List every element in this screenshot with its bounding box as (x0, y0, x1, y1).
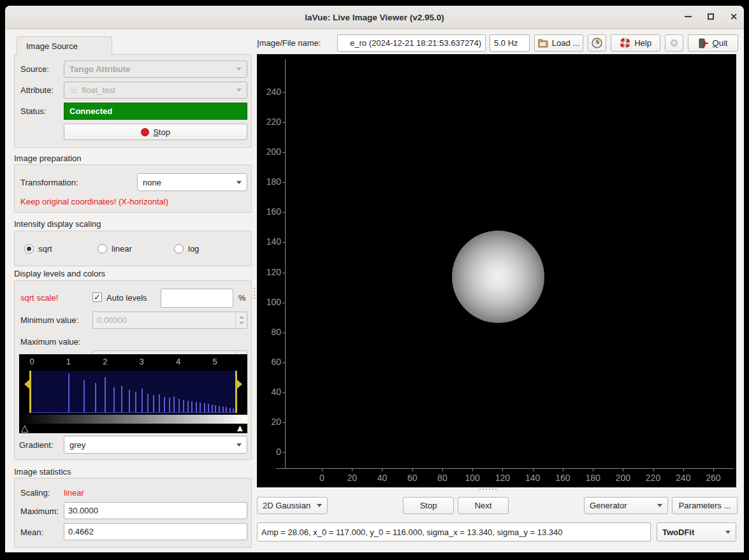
window-title: laVue: Live Image Viewer (v2.95.0) (5, 6, 744, 29)
histogram-scale-label: 3 (134, 357, 149, 366)
range-handle-right[interactable] (235, 371, 237, 413)
y-tick-mark (282, 303, 286, 303)
status-label: Status: (20, 106, 46, 116)
x-tick-label: 160 (550, 473, 576, 483)
stat-mean-value: 0.4662 (68, 527, 94, 536)
histogram-spike (183, 400, 184, 412)
settings-button[interactable]: ⚙ (665, 34, 683, 52)
attribute-combo[interactable]: ☆ float_test (64, 82, 247, 99)
x-tick-label: 240 (671, 473, 696, 483)
load-button[interactable]: Load ... (534, 34, 583, 52)
next-button[interactable]: Next (458, 497, 509, 514)
y-tick-label: 240 (257, 87, 281, 97)
source-type-value: 2D Gaussian (263, 501, 313, 510)
maximize-button[interactable] (702, 9, 719, 24)
y-tick-label: 120 (257, 267, 281, 277)
gradient-label: Gradient: (19, 440, 53, 450)
percent-label: % (238, 293, 246, 303)
x-tick-label: 120 (490, 473, 515, 483)
y-tick-label: 60 (257, 357, 281, 367)
maximize-icon (708, 13, 714, 20)
radio-log-label: log (188, 244, 199, 254)
x-tick-mark (382, 468, 382, 471)
file-name-input[interactable]: e_ro (2024-12-21 18:21:53.637274) (337, 34, 486, 52)
y-tick-mark (282, 392, 286, 393)
histogram-spike (129, 390, 130, 412)
histogram-scale-label: 0 (24, 357, 40, 366)
maximum-label: Maximum value: (20, 337, 81, 347)
x-tick-label: 60 (400, 473, 425, 483)
transformation-combo[interactable]: none (137, 173, 247, 191)
spinner-arrows[interactable] (235, 312, 247, 328)
minimize-button[interactable] (680, 9, 696, 24)
radio-sqrt[interactable] (24, 244, 34, 254)
min-marker-icon[interactable]: △ (21, 423, 29, 433)
x-tick-mark (713, 468, 714, 471)
preparation-header: Image preparation (14, 154, 82, 163)
attribute-label: Attribute: (20, 85, 54, 95)
stat-mean-input[interactable]: 0.4662 (64, 523, 247, 540)
radio-linear[interactable] (98, 244, 107, 254)
y-tick-label: 220 (257, 117, 281, 127)
range-handle-left[interactable] (29, 371, 31, 413)
gradient-combo[interactable]: grey (64, 436, 247, 454)
y-tick-label: 0 (257, 447, 281, 457)
fit-mode-combo[interactable]: TwoDFit (657, 522, 736, 542)
x-tick-mark (593, 468, 593, 471)
close-button[interactable]: ✕ (725, 9, 742, 24)
auto-levels-percent-input[interactable] (161, 289, 233, 308)
histogram-scale-label: 5 (207, 357, 222, 366)
fit-result-field[interactable]: Amp = 28.06, x_0 = 117.000, y_0 = 116.00… (257, 522, 651, 542)
histogram-spike (68, 374, 69, 412)
source-combo[interactable]: Tango Attribute (64, 61, 247, 78)
minimum-spinbox[interactable]: 0.00000 (92, 312, 247, 329)
histogram-plot (31, 371, 236, 413)
scale-note: sqrt scale! (20, 293, 58, 303)
chevron-down-icon (657, 504, 662, 507)
stop-source-button[interactable]: Stop (64, 124, 247, 140)
histogram-spike (187, 401, 189, 412)
stat-scaling-value: linear (64, 488, 84, 498)
lifebuoy-icon (620, 38, 630, 48)
stat-mean-label: Mean: (20, 528, 43, 537)
stat-maximum-input[interactable]: 30.0000 (64, 502, 247, 519)
generator-value: Generator (590, 501, 653, 510)
horizontal-splitter-handle[interactable] (479, 489, 497, 490)
auto-levels-checkbox[interactable]: ✓ (92, 292, 102, 302)
titlebar[interactable]: laVue: Live Image Viewer (v2.95.0) (5, 6, 744, 29)
radio-log[interactable] (174, 244, 184, 254)
x-tick-label: 20 (339, 473, 365, 483)
histogram-spike (208, 404, 209, 412)
chevron-down-icon (236, 68, 242, 71)
y-tick-label: 200 (257, 147, 281, 157)
quit-label: Quit (713, 38, 728, 48)
y-tick-mark (282, 363, 286, 363)
y-tick-mark (282, 122, 286, 123)
histogram-spike (204, 403, 205, 412)
generator-combo[interactable]: Generator (584, 497, 668, 514)
y-tick-mark (282, 333, 286, 333)
x-tick-label: 140 (520, 473, 546, 483)
max-marker-icon[interactable]: ▲ (235, 423, 245, 433)
parameters-button[interactable]: Parameters ... (672, 497, 738, 514)
quit-button[interactable]: Quit (688, 34, 738, 52)
x-tick-label: 80 (430, 473, 455, 483)
y-tick-mark (282, 273, 286, 273)
refresh-rate-value: 5.0 Hz (494, 38, 518, 48)
histogram-spike (229, 408, 231, 412)
source-type-combo[interactable]: 2D Gaussian (257, 497, 328, 514)
tab-image-source[interactable]: Image Source (17, 36, 112, 55)
histogram-widget[interactable]: 012345 △ ▲ (19, 354, 247, 433)
vertical-splitter-handle[interactable] (254, 288, 255, 299)
help-button[interactable]: Help (611, 34, 660, 52)
stop-button[interactable]: Stop (403, 497, 454, 514)
x-tick-mark (442, 468, 443, 471)
spin-down-icon (239, 322, 244, 324)
attribute-value: float_test (82, 85, 233, 95)
image-view[interactable]: 020406080100120140160180200220240 020406… (257, 54, 736, 487)
y-tick-label: 20 (257, 417, 281, 427)
histogram-spike (135, 392, 136, 412)
chevron-down-icon (236, 443, 242, 447)
refresh-rate-input[interactable]: 5.0 Hz (490, 34, 530, 52)
timer-button[interactable] (588, 34, 606, 52)
